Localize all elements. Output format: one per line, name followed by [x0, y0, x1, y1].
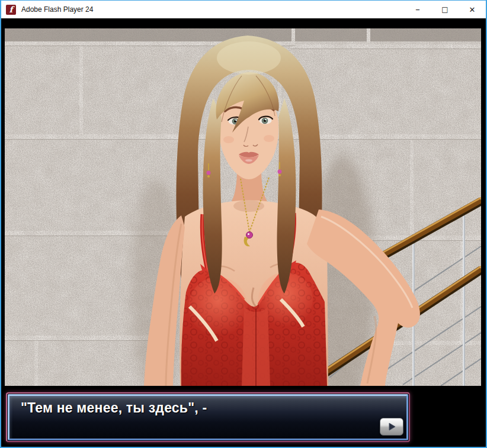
scene-image: [5, 28, 481, 386]
maximize-button[interactable]: □: [431, 1, 459, 18]
adobe-flash-player-window: f Adobe Flash Player 24 – □ ✕: [0, 0, 487, 448]
dialogue-box[interactable]: "Тем не менее, ты здесь", -: [6, 392, 410, 442]
flash-app-icon: f: [6, 5, 16, 15]
window-controls: – □ ✕: [404, 1, 486, 18]
play-icon: [387, 422, 396, 431]
window-title: Adobe Flash Player 24: [21, 5, 93, 14]
dialogue-box-inner-frame: "Тем не менее, ты здесь", -: [8, 394, 408, 440]
close-button[interactable]: ✕: [459, 1, 486, 18]
flash-stage: "Тем не менее, ты здесь", -: [1, 18, 486, 447]
dialogue-text: "Тем не менее, ты здесь", -: [21, 400, 371, 416]
dialogue-box-body: "Тем не менее, ты здесь", -: [9, 396, 406, 439]
scene-illustration: [5, 28, 481, 386]
titlebar[interactable]: f Adobe Flash Player 24 – □ ✕: [1, 1, 486, 18]
advance-play-button[interactable]: [380, 418, 403, 436]
